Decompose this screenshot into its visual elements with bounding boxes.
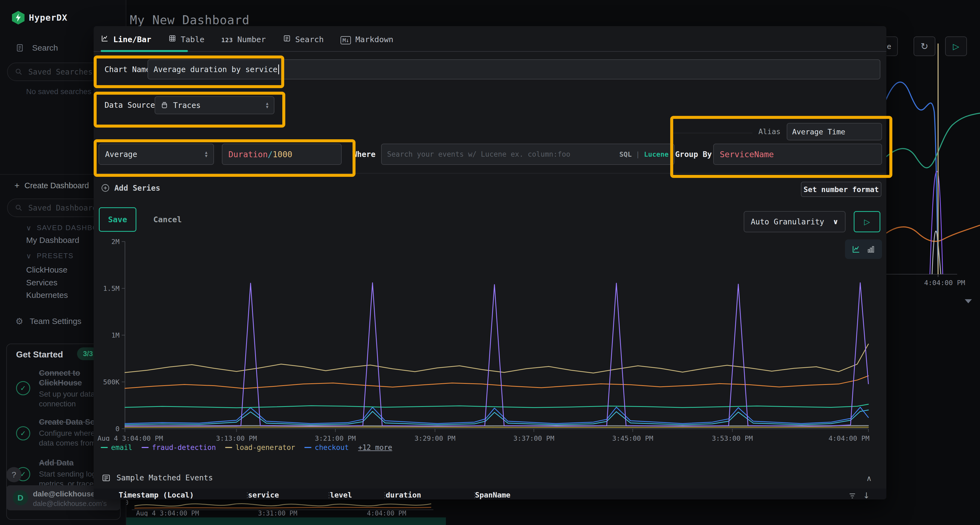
y-tick-label: 1M	[111, 331, 119, 339]
timeseries-chart[interactable]: 0500K1M1.5M2MAug 4 3:04:00 PM3:13:00 PM3…	[96, 238, 883, 441]
bg-bottom-label-0: Aug 4 3:04:00 PM	[136, 509, 199, 516]
save-button[interactable]: Save	[99, 207, 136, 232]
gear-icon: ⚙	[14, 316, 24, 327]
series-load-generator	[125, 344, 869, 373]
aggregation-select[interactable]: Average ▲▼	[99, 144, 214, 165]
presets-section-header[interactable]: ∨ PRESETS	[26, 252, 73, 260]
chart-name-label: Chart Name	[105, 65, 151, 74]
run-dashboard-button[interactable]: ▷	[945, 36, 967, 56]
y-tick-label: 500K	[103, 378, 119, 386]
tab-number[interactable]: 123Number	[221, 35, 266, 44]
x-tick-label: 3:53:00 PM	[712, 435, 753, 441]
legend-swatch	[101, 447, 108, 448]
field-expression-input[interactable]: Duration/1000	[222, 144, 342, 165]
check-circle-icon: ✓	[16, 381, 30, 395]
select-updown-icon: ▲▼	[266, 102, 269, 109]
set-number-format-button[interactable]: Set number format	[801, 182, 881, 197]
series-fraud-detection	[125, 282, 869, 426]
y-tick-label: 2M	[111, 238, 119, 246]
sql-toggle[interactable]: SQL	[619, 151, 632, 158]
table-column-service[interactable]: service	[248, 491, 279, 499]
chart-name-input[interactable]: Average duration by service	[148, 59, 880, 79]
add-series-button[interactable]: Add Series	[101, 183, 160, 193]
chart-type-tabs: Line/BarTable123NumberSearchM↓Markdown	[101, 34, 393, 44]
series-email	[125, 404, 869, 408]
legend-item-checkout[interactable]: checkout	[304, 443, 349, 452]
brand-name: HyperDX	[29, 13, 67, 23]
sidebar-item-my-dashboard[interactable]: My Dashboard	[26, 236, 79, 245]
y-tick-label: 0	[115, 425, 119, 433]
background-chart-bottom: 0 Aug 4 3:04:00 PM 3:31:00 PM 4:04:00 PM	[94, 500, 447, 516]
lucene-toggle[interactable]: Lucene	[644, 151, 668, 158]
saved-dashboards-placeholder: Saved Dashboards	[28, 203, 102, 213]
group-by-label: Group By	[675, 150, 712, 159]
chart-display-toggle	[845, 240, 882, 259]
help-button[interactable]: ?	[6, 467, 22, 482]
sidebar-item-team-settings[interactable]: ⚙ Team Settings	[14, 316, 81, 327]
sample-events-header[interactable]: Sample Matched Events	[102, 473, 213, 482]
chevron-down-icon: ∨	[26, 224, 32, 232]
play-icon: ▷	[953, 41, 959, 51]
collapse-chevron-icon[interactable]: ∧	[866, 474, 872, 483]
table-header-row: Timestamp (Local)serviceleveldurationSpa…	[94, 491, 886, 500]
edit-chart-modal: Line/BarTable123NumberSearchM↓Markdown C…	[94, 26, 886, 500]
magnifier-icon	[15, 68, 23, 76]
table-icon	[168, 34, 177, 44]
legend-item-fraud-detection[interactable]: fraud-detection	[142, 443, 216, 452]
granularity-select[interactable]: Auto Granularity ∨	[744, 211, 846, 232]
run-query-button[interactable]: ▷	[854, 211, 880, 232]
sidebar-item-services[interactable]: Services	[26, 278, 57, 287]
plus-circle-icon	[101, 183, 110, 193]
resize-handle-icon[interactable]	[965, 299, 972, 303]
legend-swatch	[225, 447, 232, 448]
refresh-button[interactable]: ↻	[913, 36, 935, 56]
tab-search[interactable]: Search	[283, 34, 324, 44]
hyperdx-app: 4:04:00 PM 0 Aug 4 3:04:00 PM 3:31:00 PM…	[0, 0, 980, 525]
y-tick-label: 1.5M	[103, 284, 119, 292]
user-email: dale@clickhouse.c	[33, 490, 101, 498]
sidebar-item-search[interactable]: Search	[15, 43, 58, 53]
cancel-button[interactable]: Cancel	[153, 215, 182, 224]
group-by-input[interactable]: ServiceName	[713, 144, 882, 165]
series-unnamed	[125, 376, 869, 389]
sidebar-item-create-dashboard[interactable]: + Create Dashboard	[14, 181, 89, 191]
column-separator: ⋮	[381, 491, 388, 499]
brand[interactable]: HyperDX	[12, 11, 67, 24]
bar-chart-icon[interactable]	[866, 244, 875, 254]
check-circle-icon: ✓	[16, 426, 30, 440]
series-unnamed	[125, 427, 869, 427]
chart-legend: email fraud-detection load-generator che…	[101, 443, 392, 452]
table-download-icon[interactable]: ↓	[863, 491, 870, 500]
table-column-spanname[interactable]: SpanName	[475, 491, 511, 499]
get-started-title: Get Started	[16, 349, 63, 360]
x-tick-label: 4:04:00 PM	[828, 435, 869, 441]
saved-searches-placeholder: Saved Searches	[28, 67, 92, 76]
markdown-icon: M↓	[340, 35, 351, 44]
sidebar-item-clickhouse[interactable]: ClickHouse	[26, 265, 67, 274]
table-filter-icon[interactable]	[848, 492, 856, 500]
sidebar-item-kubernetes[interactable]: Kubernetes	[26, 290, 68, 300]
legend-swatch	[142, 447, 149, 448]
tab-markdown[interactable]: M↓Markdown	[340, 35, 393, 44]
table-column-timestamp-local-[interactable]: Timestamp (Local)	[119, 491, 194, 499]
where-input[interactable]: Search your events w/ Lucene ex. column:…	[381, 144, 675, 165]
table-column-duration[interactable]: duration	[386, 491, 421, 499]
x-tick-label: 3:13:00 PM	[216, 435, 257, 441]
legend-more-link[interactable]: +12 more	[358, 443, 392, 452]
alias-label: Alias	[759, 127, 780, 136]
tab-line-bar[interactable]: Line/Bar	[101, 34, 151, 44]
chevron-down-icon: ∨	[26, 252, 32, 260]
alias-divider	[671, 133, 752, 133]
user-team: dale@clickhouse.com's	[33, 500, 107, 508]
tab-table[interactable]: Table	[168, 34, 204, 44]
column-separator: ⋮	[243, 491, 251, 499]
line-chart-icon[interactable]	[851, 244, 861, 254]
legend-item-email[interactable]: email	[101, 443, 132, 452]
legend-item-load-generator[interactable]: load-generator	[225, 443, 295, 452]
table-column-level[interactable]: level	[330, 491, 352, 499]
chevron-down-icon: ∨	[833, 217, 838, 226]
plus-icon: +	[14, 181, 20, 191]
x-tick-label: 3:37:00 PM	[514, 435, 555, 441]
data-source-select[interactable]: Traces ▲▼	[154, 96, 274, 114]
alias-input[interactable]: Average Time	[787, 123, 882, 140]
